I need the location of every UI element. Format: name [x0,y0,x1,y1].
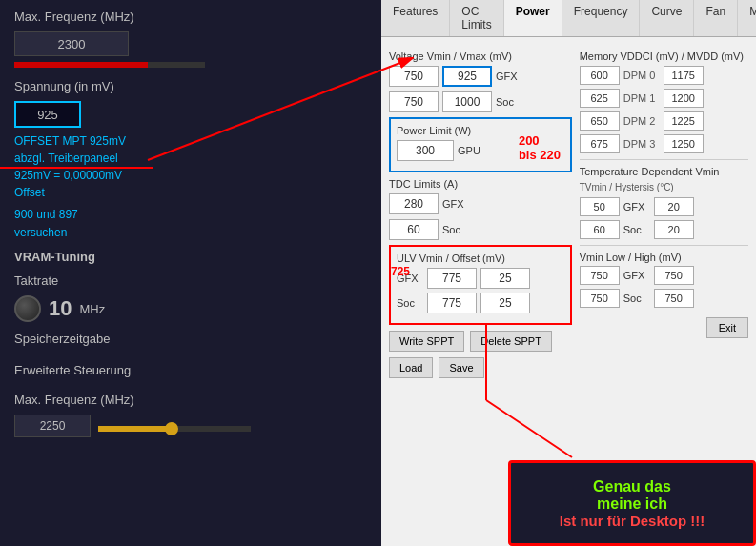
power-limit-gpu-label: GPU [458,145,484,156]
max-freq-bottom-input[interactable]: 2250 [14,415,91,437]
voltage-group-label: Voltage Vmin / Vmax (mV) [389,51,572,62]
dpm-row-2: DPM 2 [580,111,748,131]
bottom-slider-row: 2250 [14,415,367,443]
temp-gfx-hyst[interactable] [654,197,694,216]
dpm-0-v2[interactable] [664,66,704,85]
voltage-soc-row: Soc [389,91,572,112]
voltage-soc-max[interactable] [442,91,492,112]
dpm-2-v1[interactable] [580,111,620,131]
dpm-3-v1[interactable] [580,134,620,153]
temp-soc-hyst[interactable] [654,220,694,239]
left-panel: Max. Frequenz (MHz) 2300 Spannung (in mV… [0,0,381,546]
temp-soc-vmin[interactable] [580,220,620,239]
dpm-0-label: DPM 0 [623,70,660,81]
ulv-soc-left-input[interactable] [427,293,477,313]
dpm-1-v2[interactable] [664,89,704,108]
tdc-group-label: TDC Limits (A) [389,178,572,190]
save-button[interactable]: Save [439,357,483,378]
dpm-1-label: DPM 1 [623,92,660,104]
temp-gfx-label: GFX [623,201,650,212]
vmin-gfx-label: GFX [623,270,650,281]
voltage-gfx-max[interactable] [442,66,492,87]
divider2 [580,245,748,246]
max-freq-title: Max. Frequenz (MHz) [14,10,367,24]
max-freq-bar [14,62,205,68]
divider1 [580,159,748,160]
max-freq-bottom-title: Max. Frequenz (MHz) [14,393,367,407]
delete-sppt-button[interactable]: Delete SPPT [470,331,552,352]
taktrate-section: Taktrate 10 MHz [14,273,367,322]
dpm-2-v2[interactable] [664,111,704,131]
dpm-0-v1[interactable] [580,66,620,85]
power-limit-input[interactable] [397,140,454,161]
temp-soc-label: Soc [623,224,650,235]
ulv-group-label: ULV Vmin / Offset (mV) [397,253,564,264]
tdc-gfx-input[interactable] [389,193,439,214]
vmin-soc-label: Soc [623,293,650,304]
exit-button[interactable]: Exit [706,317,748,338]
vmin-soc-row: Soc [580,289,748,308]
dpm-3-v2[interactable] [664,134,704,153]
vmin-soc-low[interactable] [580,289,620,308]
tab-more[interactable]: More [738,0,756,36]
vmin-gfx-row: GFX [580,266,748,285]
voltage-gfx-min[interactable] [389,66,439,87]
dpm-row-1: DPM 1 [580,89,748,108]
temp-dep-label: Temperature Dependent Vmin [580,166,748,177]
tab-features[interactable]: Features [381,0,450,36]
taktrate-unit: MHz [79,302,105,316]
taktrate-value-row: 10 MHz [14,295,367,322]
tdc-soc-input[interactable] [389,219,439,240]
action-btn-row: Write SPPT Delete SPPT Load Save [389,331,572,378]
load-button[interactable]: Load [389,357,433,378]
temp-gfx-vmin[interactable] [580,197,620,216]
voltage-gfx-row: GFX [389,66,572,87]
taktrate-knob [14,295,41,322]
dpm-row-0: DPM 0 [580,66,748,85]
voltage-soc-min[interactable] [389,91,439,112]
tab-power[interactable]: Power [504,0,562,36]
tvmin-label: TVmin / Hystersis (°C) [580,182,674,192]
write-sppt-button[interactable]: Write SPPT [389,331,464,352]
max-freq-bar-fill [14,62,148,68]
tab-curve[interactable]: Curve [640,0,694,36]
vram-tuning-label: VRAM-Tuning [14,250,367,264]
tdc-soc-label: Soc [442,224,469,235]
tdc-gfx-row: GFX [389,193,572,214]
overlay-200-220: 200 bis 220 [519,133,561,162]
annotation-900: 900 und 897 versuchen [14,206,367,242]
bottom-slider-bar [98,426,251,432]
dpm-rows: DPM 0 DPM 1 DPM 2 DPM 3 [580,66,748,153]
memory-vddci-label: Memory VDDCI (mV) / MVDD (mV) [580,51,748,62]
taktrate-title: Taktrate [14,273,367,288]
bottom-bar-fill [98,426,174,432]
tdc-gfx-label: GFX [442,198,469,210]
dpm-2-label: DPM 2 [623,115,660,127]
vmin-gfx-high[interactable] [654,266,694,285]
max-freq-input[interactable]: 2300 [14,31,129,56]
popup-line1: Genau das meine ich [593,478,671,513]
dpm-row-3: DPM 3 [580,134,748,153]
spannung-title: Spannung (in mV) [14,79,367,93]
vmin-gfx-low[interactable] [580,266,620,285]
ulv-gfx-left-input[interactable] [427,268,477,289]
tab-oc-limits[interactable]: OC Limits [450,0,503,36]
bottom-popup: Genau das meine ich Ist nur für Desktop … [508,460,756,546]
ulv-soc-row: Soc [397,293,564,313]
ulv-soc-right-input[interactable] [480,293,530,313]
max-freq-slider-container: 2300 [14,31,367,68]
vmin-soc-high[interactable] [654,289,694,308]
dpm-3-label: DPM 3 [623,138,660,150]
voltage-gfx-label: GFX [496,71,522,82]
tab-frequency[interactable]: Frequency [562,0,641,36]
taktrate-number: 10 [49,296,72,321]
dpm-1-v1[interactable] [580,89,620,108]
tdc-soc-row: Soc [389,219,572,240]
bottom-slider-thumb[interactable] [165,422,178,435]
ulv-gfx-right-input[interactable] [480,268,530,289]
ulv-gfx-row: GFX [397,268,564,289]
max-freq-bottom-section: Max. Frequenz (MHz) 2250 [14,393,367,443]
erweiter-label: Erweiterte Steuerung [14,363,367,377]
tab-fan[interactable]: Fan [694,0,738,36]
temp-soc-row: Soc [580,220,748,239]
